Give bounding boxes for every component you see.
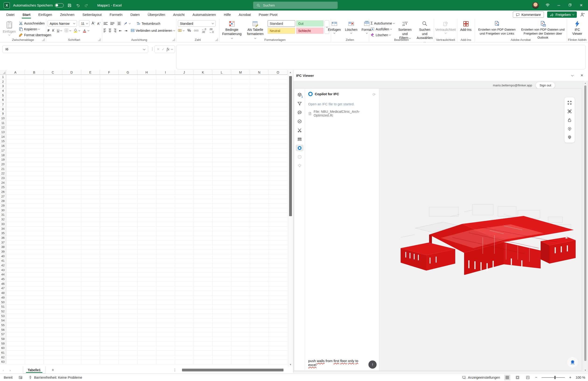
- zoom-slider[interactable]: [542, 377, 565, 378]
- fill-button[interactable]: Ausfüllen: [371, 26, 395, 32]
- row-header-41[interactable]: 41: [0, 259, 6, 263]
- ifc-building-model[interactable]: [394, 202, 578, 275]
- column-header-C[interactable]: C: [44, 70, 62, 75]
- sheet-tab-active[interactable]: Tabelle1: [23, 366, 45, 374]
- wrap-text-button[interactable]: ab Textumbruch: [136, 22, 160, 25]
- column-header-E[interactable]: E: [81, 70, 100, 75]
- row-header-19[interactable]: 19: [0, 157, 6, 162]
- panel-scroll-up[interactable]: ▲: [584, 81, 587, 85]
- increase-decimal-button[interactable]: ←.0.00: [202, 28, 206, 33]
- row-header-38[interactable]: 38: [0, 245, 6, 249]
- status-check-icon[interactable]: [296, 118, 304, 125]
- ribbon-tab-acrobat[interactable]: Acrobat: [235, 10, 255, 19]
- row-header-13[interactable]: 13: [0, 130, 6, 134]
- fullscreen-icon[interactable]: [567, 100, 572, 105]
- formula-bar-handle[interactable]: ⋮: [150, 47, 154, 51]
- row-header-3[interactable]: 3: [0, 84, 6, 89]
- increase-indent-icon[interactable]: ⇥: [125, 29, 127, 32]
- format-as-table-button[interactable]: Als Tabelle formatieren: [246, 20, 265, 41]
- row-header-32[interactable]: 32: [0, 217, 6, 222]
- lock-icon[interactable]: [567, 118, 572, 122]
- row-header-35[interactable]: 35: [0, 231, 6, 236]
- row-header-21[interactable]: 21: [0, 167, 6, 171]
- ribbon-tab-seitenlayout[interactable]: Seitenlayout: [78, 10, 106, 19]
- ribbon-tab-start[interactable]: Start: [19, 10, 34, 19]
- row-header-34[interactable]: 34: [0, 226, 6, 231]
- fill-color-button[interactable]: [74, 28, 80, 32]
- pdf-share-outlook-button[interactable]: A Erstellen von PDF-Dateien und Freigebe…: [520, 20, 566, 40]
- align-top-icon[interactable]: [104, 22, 107, 25]
- align-right-icon[interactable]: [114, 29, 116, 32]
- paste-button[interactable]: Einfügen: [1, 20, 17, 38]
- decrease-font-button[interactable]: A˅: [97, 22, 101, 25]
- clear-button[interactable]: Löschen: [371, 32, 395, 38]
- ribbon-tab-ansicht[interactable]: Ansicht: [169, 10, 189, 19]
- refresh-icon[interactable]: ⟳: [373, 92, 376, 97]
- comments-button[interactable]: Kommentare: [513, 11, 544, 18]
- decrease-indent-icon[interactable]: ⇤: [119, 29, 122, 32]
- decrease-decimal-button[interactable]: .00→.0: [209, 28, 213, 33]
- location-pin-icon[interactable]: [567, 135, 572, 140]
- row-header-22[interactable]: 22: [0, 171, 6, 176]
- column-header-L[interactable]: L: [212, 70, 231, 75]
- underline-button[interactable]: U: [57, 29, 62, 32]
- row-header-15[interactable]: 15: [0, 139, 6, 144]
- model-viewport[interactable]: [379, 89, 582, 371]
- cancel-entry-button[interactable]: ✕: [157, 47, 160, 51]
- help-icon[interactable]: ?: [296, 153, 304, 160]
- row-header-57[interactable]: 57: [0, 332, 6, 337]
- gem-premium-icon[interactable]: [545, 3, 550, 8]
- tab-bar-options[interactable]: ⋮: [173, 368, 177, 372]
- row-header-60[interactable]: 60: [0, 346, 6, 351]
- display-settings-button[interactable]: Anzeigeeinstellungen: [462, 376, 500, 379]
- row-header-11[interactable]: 11: [0, 121, 6, 125]
- panel-scroll-thumb[interactable]: [584, 86, 586, 361]
- save-icon[interactable]: [67, 3, 72, 8]
- ribbon-tab-hilfe[interactable]: Hilfe: [220, 10, 235, 19]
- row-header-5[interactable]: 5: [0, 93, 6, 98]
- borders-button[interactable]: [64, 28, 71, 32]
- row-header-6[interactable]: 6: [0, 98, 6, 102]
- row-header-47[interactable]: 47: [0, 286, 6, 291]
- zoom-slider-thumb[interactable]: [554, 376, 556, 379]
- row-header-30[interactable]: 30: [0, 208, 6, 213]
- insert-function-button[interactable]: fx: [167, 47, 169, 51]
- row-header-20[interactable]: 20: [0, 162, 6, 167]
- row-header-45[interactable]: 45: [0, 277, 6, 282]
- row-header-12[interactable]: 12: [0, 125, 6, 130]
- row-header-63[interactable]: 63: [0, 360, 6, 364]
- horizontal-scrollbar[interactable]: [178, 369, 291, 371]
- row-header-9[interactable]: 9: [0, 112, 6, 116]
- chat-input[interactable]: push walls from first floor only to exce…: [308, 359, 366, 367]
- font-family-select[interactable]: Aptos Narrow: [48, 20, 77, 27]
- row-header-49[interactable]: 49: [0, 295, 6, 300]
- row-header-18[interactable]: 18: [0, 153, 6, 157]
- formula-input[interactable]: [176, 45, 586, 69]
- comments-bubble-icon[interactable]: [296, 109, 304, 116]
- addins-button[interactable]: Add-Ins: [459, 20, 473, 32]
- row-header-10[interactable]: 10: [0, 116, 6, 121]
- pdf-share-link-button[interactable]: A Erstellen von PDF-Dateien und Freigebe…: [476, 20, 518, 40]
- normal-view-button[interactable]: [504, 375, 510, 380]
- ribbon-tab-überprüfen[interactable]: Überprüfen: [144, 10, 169, 19]
- page-layout-view-button[interactable]: [514, 375, 521, 380]
- row-header-62[interactable]: 62: [0, 355, 6, 360]
- row-header-40[interactable]: 40: [0, 254, 6, 259]
- ribbon-tab-datei[interactable]: Datei: [2, 10, 19, 19]
- cells-area[interactable]: [6, 75, 288, 364]
- row-header-42[interactable]: 42: [0, 263, 6, 268]
- bold-button[interactable]: F: [48, 29, 50, 32]
- orientation-button[interactable]: ab: [124, 22, 130, 25]
- tips-bulb-icon[interactable]: [296, 162, 304, 169]
- model-tree-icon[interactable]: 1: [296, 91, 304, 98]
- number-dialog-launcher[interactable]: [215, 38, 218, 41]
- row-header-56[interactable]: 56: [0, 328, 6, 332]
- ribbon-tab-einfügen[interactable]: Einfügen: [34, 10, 56, 19]
- increase-font-button[interactable]: A˄: [91, 21, 95, 25]
- row-header-46[interactable]: 46: [0, 282, 6, 286]
- autosave-toggle[interactable]: [55, 3, 64, 7]
- align-center-icon[interactable]: [109, 29, 111, 32]
- send-button[interactable]: ↑: [368, 360, 377, 369]
- row-header-7[interactable]: 7: [0, 102, 6, 107]
- row-header-29[interactable]: 29: [0, 203, 6, 208]
